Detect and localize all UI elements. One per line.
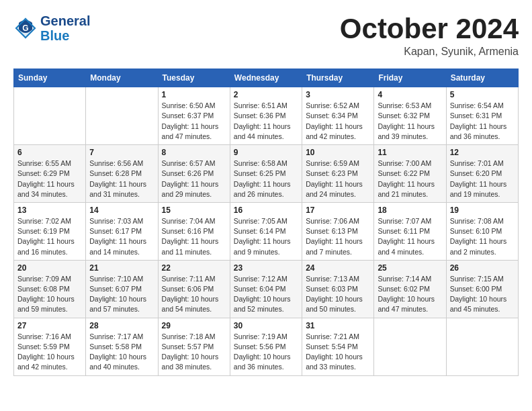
calendar-cell: 27Sunrise: 7:16 AM Sunset: 5:59 PM Dayli…	[14, 318, 86, 375]
calendar-cell: 5Sunrise: 6:54 AM Sunset: 6:31 PM Daylig…	[446, 87, 518, 145]
day-number: 14	[89, 205, 154, 215]
day-number: 19	[450, 205, 515, 215]
day-detail: Sunrise: 7:13 AM Sunset: 6:03 PM Dayligh…	[306, 275, 363, 314]
calendar-cell: 31Sunrise: 7:21 AM Sunset: 5:54 PM Dayli…	[302, 318, 374, 375]
month-title: October 2024	[340, 13, 519, 44]
calendar-cell: 24Sunrise: 7:13 AM Sunset: 6:03 PM Dayli…	[302, 260, 374, 318]
day-number: 8	[162, 148, 226, 157]
day-number: 29	[162, 321, 226, 330]
day-detail: Sunrise: 7:06 AM Sunset: 6:13 PM Dayligh…	[306, 217, 363, 256]
logo-blue: Blue	[40, 28, 90, 43]
calendar-cell	[374, 318, 446, 375]
day-number: 7	[89, 148, 154, 157]
day-detail: Sunrise: 7:21 AM Sunset: 5:54 PM Dayligh…	[306, 332, 363, 371]
day-detail: Sunrise: 7:03 AM Sunset: 6:17 PM Dayligh…	[89, 217, 146, 256]
day-detail: Sunrise: 7:04 AM Sunset: 6:16 PM Dayligh…	[162, 217, 219, 256]
calendar-cell: 10Sunrise: 6:59 AM Sunset: 6:23 PM Dayli…	[302, 145, 374, 203]
calendar-cell: 3Sunrise: 6:52 AM Sunset: 6:34 PM Daylig…	[302, 87, 374, 145]
calendar-cell: 25Sunrise: 7:14 AM Sunset: 6:02 PM Dayli…	[374, 260, 446, 318]
day-number: 10	[306, 148, 370, 157]
day-detail: Sunrise: 7:07 AM Sunset: 6:11 PM Dayligh…	[378, 217, 435, 256]
svg-text:G: G	[22, 24, 28, 33]
calendar-cell: 11Sunrise: 7:00 AM Sunset: 6:22 PM Dayli…	[374, 145, 446, 203]
calendar-cell: 20Sunrise: 7:09 AM Sunset: 6:08 PM Dayli…	[14, 260, 86, 318]
day-number: 1	[162, 90, 226, 99]
weekday-header-thursday: Thursday	[302, 69, 374, 87]
calendar-cell: 6Sunrise: 6:55 AM Sunset: 6:29 PM Daylig…	[14, 145, 86, 203]
calendar-cell: 13Sunrise: 7:02 AM Sunset: 6:19 PM Dayli…	[14, 202, 86, 260]
day-number: 17	[306, 205, 370, 215]
calendar-cell: 18Sunrise: 7:07 AM Sunset: 6:11 PM Dayli…	[374, 202, 446, 260]
calendar-cell: 17Sunrise: 7:06 AM Sunset: 6:13 PM Dayli…	[302, 202, 374, 260]
day-detail: Sunrise: 7:00 AM Sunset: 6:22 PM Dayligh…	[378, 159, 435, 198]
calendar-cell: 15Sunrise: 7:04 AM Sunset: 6:16 PM Dayli…	[158, 202, 230, 260]
calendar-table: SundayMondayTuesdayWednesdayThursdayFrid…	[13, 68, 519, 375]
logo: G General Blue	[13, 13, 90, 43]
day-number: 26	[450, 263, 515, 273]
day-detail: Sunrise: 7:17 AM Sunset: 5:58 PM Dayligh…	[89, 332, 146, 371]
day-detail: Sunrise: 7:05 AM Sunset: 6:14 PM Dayligh…	[234, 217, 291, 256]
day-number: 28	[89, 321, 154, 330]
day-detail: Sunrise: 6:50 AM Sunset: 6:37 PM Dayligh…	[162, 101, 219, 140]
calendar-cell: 7Sunrise: 6:56 AM Sunset: 6:28 PM Daylig…	[86, 145, 158, 203]
day-detail: Sunrise: 6:56 AM Sunset: 6:28 PM Dayligh…	[89, 159, 146, 198]
day-number: 21	[89, 263, 154, 273]
weekday-header-monday: Monday	[86, 69, 158, 87]
calendar-cell: 12Sunrise: 7:01 AM Sunset: 6:20 PM Dayli…	[446, 145, 518, 203]
day-detail: Sunrise: 6:53 AM Sunset: 6:32 PM Dayligh…	[378, 101, 435, 140]
weekday-header-wednesday: Wednesday	[230, 69, 302, 87]
calendar-cell: 29Sunrise: 7:18 AM Sunset: 5:57 PM Dayli…	[158, 318, 230, 375]
day-detail: Sunrise: 7:02 AM Sunset: 6:19 PM Dayligh…	[17, 217, 75, 256]
day-detail: Sunrise: 6:58 AM Sunset: 6:25 PM Dayligh…	[234, 159, 291, 198]
day-number: 9	[234, 148, 298, 157]
day-number: 15	[162, 205, 226, 215]
day-number: 20	[17, 263, 82, 273]
day-number: 5	[450, 90, 515, 99]
day-detail: Sunrise: 7:01 AM Sunset: 6:20 PM Dayligh…	[450, 159, 507, 198]
calendar-cell: 22Sunrise: 7:11 AM Sunset: 6:06 PM Dayli…	[158, 260, 230, 318]
calendar-cell: 30Sunrise: 7:19 AM Sunset: 5:56 PM Dayli…	[230, 318, 302, 375]
day-number: 31	[306, 321, 370, 330]
day-detail: Sunrise: 6:52 AM Sunset: 6:34 PM Dayligh…	[306, 101, 363, 140]
day-number: 2	[234, 90, 298, 99]
day-detail: Sunrise: 6:54 AM Sunset: 6:31 PM Dayligh…	[450, 101, 507, 140]
weekday-header-tuesday: Tuesday	[158, 69, 230, 87]
calendar-cell: 26Sunrise: 7:15 AM Sunset: 6:00 PM Dayli…	[446, 260, 518, 318]
day-number: 23	[234, 263, 298, 273]
day-number: 4	[378, 90, 442, 99]
day-number: 13	[17, 205, 82, 215]
title-block: October 2024 Kapan, Syunik, Armenia	[340, 13, 519, 58]
day-detail: Sunrise: 6:59 AM Sunset: 6:23 PM Dayligh…	[306, 159, 363, 198]
weekday-header-saturday: Saturday	[446, 69, 518, 87]
day-number: 3	[306, 90, 370, 99]
calendar-cell: 4Sunrise: 6:53 AM Sunset: 6:32 PM Daylig…	[374, 87, 446, 145]
calendar-cell	[14, 87, 86, 145]
day-number: 24	[306, 263, 370, 273]
day-detail: Sunrise: 7:11 AM Sunset: 6:06 PM Dayligh…	[162, 275, 219, 314]
calendar-cell: 14Sunrise: 7:03 AM Sunset: 6:17 PM Dayli…	[86, 202, 158, 260]
day-number: 11	[378, 148, 442, 157]
day-number: 12	[450, 148, 515, 157]
day-detail: Sunrise: 7:12 AM Sunset: 6:04 PM Dayligh…	[234, 275, 291, 314]
weekday-header-sunday: Sunday	[14, 69, 86, 87]
calendar-cell	[446, 318, 518, 375]
day-detail: Sunrise: 7:18 AM Sunset: 5:57 PM Dayligh…	[162, 332, 219, 371]
calendar-cell: 28Sunrise: 7:17 AM Sunset: 5:58 PM Dayli…	[86, 318, 158, 375]
weekday-header-friday: Friday	[374, 69, 446, 87]
day-number: 25	[378, 263, 442, 273]
calendar-cell: 16Sunrise: 7:05 AM Sunset: 6:14 PM Dayli…	[230, 202, 302, 260]
calendar-cell: 1Sunrise: 6:50 AM Sunset: 6:37 PM Daylig…	[158, 87, 230, 145]
day-detail: Sunrise: 6:55 AM Sunset: 6:29 PM Dayligh…	[17, 159, 75, 198]
calendar-cell: 8Sunrise: 6:57 AM Sunset: 6:26 PM Daylig…	[158, 145, 230, 203]
calendar-cell: 19Sunrise: 7:08 AM Sunset: 6:10 PM Dayli…	[446, 202, 518, 260]
calendar-cell: 2Sunrise: 6:51 AM Sunset: 6:36 PM Daylig…	[230, 87, 302, 145]
calendar-cell: 21Sunrise: 7:10 AM Sunset: 6:07 PM Dayli…	[86, 260, 158, 318]
location-title: Kapan, Syunik, Armenia	[340, 46, 519, 58]
day-detail: Sunrise: 7:15 AM Sunset: 6:00 PM Dayligh…	[450, 275, 507, 314]
day-number: 30	[234, 321, 298, 330]
day-detail: Sunrise: 7:10 AM Sunset: 6:07 PM Dayligh…	[89, 275, 146, 314]
day-detail: Sunrise: 6:57 AM Sunset: 6:26 PM Dayligh…	[162, 159, 219, 198]
day-detail: Sunrise: 7:14 AM Sunset: 6:02 PM Dayligh…	[378, 275, 435, 314]
day-detail: Sunrise: 7:08 AM Sunset: 6:10 PM Dayligh…	[450, 217, 507, 256]
page-header: G General Blue October 2024 Kapan, Syuni…	[13, 13, 519, 58]
